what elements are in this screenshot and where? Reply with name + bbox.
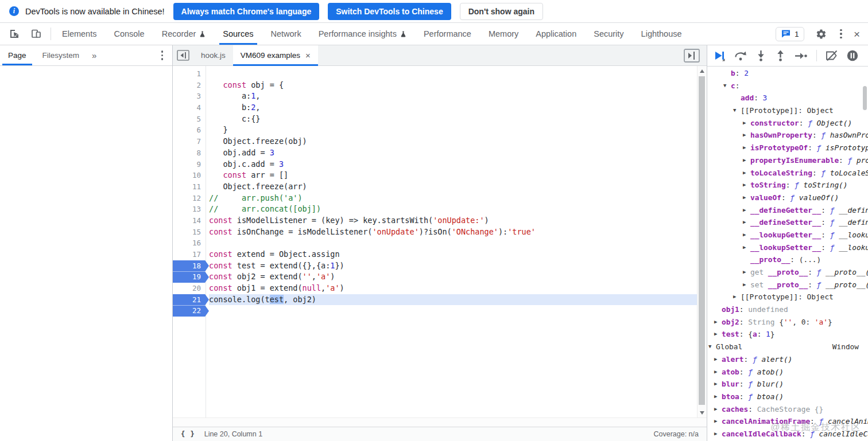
code-text[interactable]: const test = extend({},{a:1})	[209, 260, 697, 272]
chevron-right-icon[interactable]: ▶	[743, 154, 746, 167]
scope-row[interactable]: ▶[[Prototype]]: Object	[707, 291, 868, 303]
close-tab-icon[interactable]: ×	[305, 50, 311, 60]
line-number[interactable]: 14	[173, 215, 209, 227]
line-number[interactable]: 12	[173, 193, 209, 204]
chevron-right-icon[interactable]: ▶	[743, 179, 746, 192]
tab-recorder[interactable]: Recorder	[153, 23, 215, 45]
match-chrome-language-button[interactable]: Always match Chrome's language	[173, 3, 320, 20]
code-text[interactable]: const extend = Object.assign	[209, 249, 697, 260]
scope-row[interactable]: ▼[[Prototype]]: Object	[707, 104, 868, 117]
scope-row[interactable]: ▶__lookupSetter__: ƒ __lookupSetter__()	[707, 241, 868, 254]
scope-row[interactable]: b: 2	[707, 67, 868, 80]
scope-row[interactable]: add: 3	[707, 92, 868, 104]
scope-row[interactable]: ▶__defineGetter__: ƒ __defineGetter__()	[707, 204, 868, 217]
chevron-right-icon[interactable]: ▶	[714, 415, 717, 428]
chevron-right-icon[interactable]: ▶	[714, 353, 717, 366]
code-editor[interactable]: 12 const obj = {3 a:1,4 b:2,5 c:{}6 }7 O…	[173, 66, 707, 417]
line-number[interactable]: 8	[173, 147, 209, 159]
chevron-right-icon[interactable]: ▶	[714, 316, 717, 329]
inspect-element-icon[interactable]	[7, 26, 22, 41]
tab-network[interactable]: Network	[262, 23, 310, 45]
chevron-right-icon[interactable]: ▶	[743, 117, 746, 130]
switch-devtools-chinese-button[interactable]: Switch DevTools to Chinese	[328, 3, 451, 20]
scope-row[interactable]: ▶alert: ƒ alert()	[707, 353, 868, 366]
scope-row[interactable]: ▶get __proto__: ƒ __proto__()	[707, 266, 868, 279]
breakpoint-marker[interactable]: 19	[173, 271, 209, 283]
tab-memory[interactable]: Memory	[480, 23, 527, 45]
issues-counter[interactable]: 1	[776, 27, 804, 41]
code-text[interactable]: b:2,	[209, 102, 697, 114]
chevron-down-icon[interactable]: ▼	[708, 341, 711, 353]
step-icon[interactable]	[795, 50, 808, 61]
code-text[interactable]: const obj2 = extend('','a')	[209, 271, 697, 283]
line-number[interactable]: 13	[173, 204, 209, 215]
line-number[interactable]: 5	[173, 114, 209, 125]
toggle-debugger-sidebar-icon[interactable]	[684, 49, 700, 65]
tab-elements[interactable]: Elements	[53, 23, 105, 45]
code-text[interactable]: Object.freeze(obj)	[209, 136, 697, 147]
navigator-tab-filesystem[interactable]: Filesystem	[34, 45, 88, 65]
code-text[interactable]: obj.add = 3	[209, 147, 697, 159]
code-text[interactable]: // arr.concat([obj])	[209, 204, 697, 215]
resume-script-icon[interactable]	[714, 50, 726, 61]
chevron-right-icon[interactable]: ▶	[743, 216, 746, 229]
scope-row[interactable]: ▶atob: ƒ atob()	[707, 366, 868, 378]
chevron-right-icon[interactable]: ▶	[743, 192, 746, 204]
scope-row[interactable]: ▶__defineSetter__: ƒ __defineSetter__()	[707, 216, 868, 229]
scope-row[interactable]: ▶blur: ƒ blur()	[707, 378, 868, 391]
chevron-right-icon[interactable]: ▶	[714, 391, 717, 403]
navigator-kebab-icon[interactable]	[159, 48, 166, 63]
chevron-right-icon[interactable]: ▶	[743, 279, 746, 291]
scroll-up-arrow-icon[interactable]	[698, 67, 707, 76]
dont-show-again-button[interactable]: Don't show again	[460, 3, 543, 20]
chevron-down-icon[interactable]: ▼	[723, 80, 726, 92]
line-number[interactable]: 6	[173, 124, 209, 136]
scope-row[interactable]: ▶caches: CacheStorage {}	[707, 403, 868, 416]
tab-application[interactable]: Application	[527, 23, 585, 45]
scope-row[interactable]: ▶obj2: String {'', 0: 'a'}	[707, 316, 868, 329]
line-number[interactable]: 16	[173, 237, 209, 249]
pause-on-exceptions-icon[interactable]	[847, 50, 858, 61]
scope-row[interactable]: ▶valueOf: ƒ valueOf()	[707, 192, 868, 204]
hide-navigator-icon[interactable]	[173, 45, 193, 65]
line-number[interactable]: 7	[173, 136, 209, 147]
more-options-kebab-icon[interactable]	[838, 27, 844, 41]
close-devtools-icon[interactable]: ×	[854, 29, 860, 40]
breakpoint-marker[interactable]: 18	[173, 260, 209, 272]
code-text[interactable]: // arr.push('a')	[209, 193, 697, 204]
chevron-right-icon[interactable]: ▶	[743, 229, 746, 241]
scope-row[interactable]: ▶set __proto__: ƒ __proto__()	[707, 279, 868, 291]
chevron-right-icon[interactable]: ▶	[714, 366, 717, 378]
scope-row[interactable]: ▶propertyIsEnumerable: ƒ propertyIsEnume…	[707, 154, 868, 167]
code-text[interactable]	[209, 237, 697, 249]
step-into-icon[interactable]	[755, 50, 766, 61]
breakpoint-marker[interactable]: 21	[173, 294, 209, 306]
scope-row[interactable]: ▶constructor: ƒ Object()	[707, 117, 868, 130]
sidebar-scrollbar-thumb[interactable]	[863, 86, 867, 110]
code-text[interactable]: const obj = {	[209, 80, 697, 91]
scope-row[interactable]: ▶hasOwnProperty: ƒ hasOwnProperty()	[707, 129, 868, 142]
chevron-down-icon[interactable]: ▼	[733, 104, 736, 117]
file-tab-hook-js[interactable]: hook.js	[193, 45, 233, 65]
line-number[interactable]: 10	[173, 170, 209, 181]
file-tab-vm609-examples[interactable]: VM609 examples×	[233, 45, 318, 65]
tab-console[interactable]: Console	[105, 23, 153, 45]
line-number[interactable]: 4	[173, 102, 209, 114]
scope-row[interactable]: ▼c:	[707, 80, 868, 92]
more-tabs-chevron[interactable]: »	[87, 50, 101, 60]
chevron-right-icon[interactable]: ▶	[714, 328, 717, 341]
scope-row[interactable]: ▼GlobalWindow	[707, 341, 868, 353]
code-text[interactable]: const isOnChange = isModelListener('onUp…	[209, 227, 697, 238]
scope-row[interactable]: ▶toLocaleString: ƒ toLocaleString()	[707, 167, 868, 179]
scope-row[interactable]: ▶__lookupGetter__: ƒ __lookupGetter__()	[707, 229, 868, 241]
line-number[interactable]: 1	[173, 68, 209, 80]
code-text[interactable]: c:{}	[209, 114, 697, 125]
step-over-icon[interactable]	[734, 50, 747, 61]
chevron-right-icon[interactable]: ▶	[743, 129, 746, 142]
scope-row[interactable]: ▶test: {a: 1}	[707, 328, 868, 341]
device-toolbar-icon[interactable]	[29, 26, 44, 41]
tab-sources[interactable]: Sources	[214, 23, 262, 45]
navigator-tab-page[interactable]: Page	[0, 45, 34, 65]
chevron-right-icon[interactable]: ▶	[714, 428, 717, 440]
line-number[interactable]: 20	[173, 283, 209, 294]
